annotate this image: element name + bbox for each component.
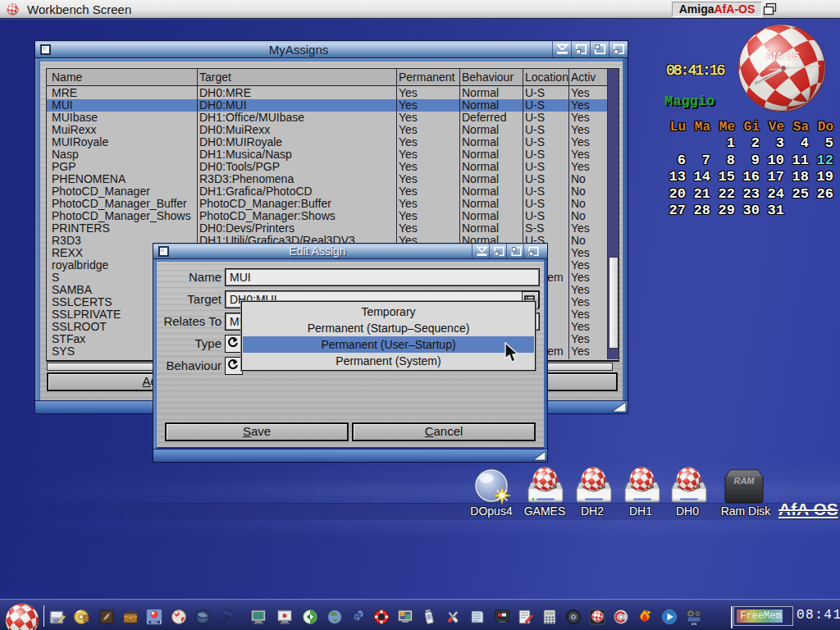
svg-text:MSS: MSS <box>151 621 158 624</box>
svg-text:AfA OS: AfA OS <box>765 50 800 62</box>
svg-text:AfA: AfA <box>692 622 697 626</box>
svg-text:RAM: RAM <box>733 476 755 486</box>
